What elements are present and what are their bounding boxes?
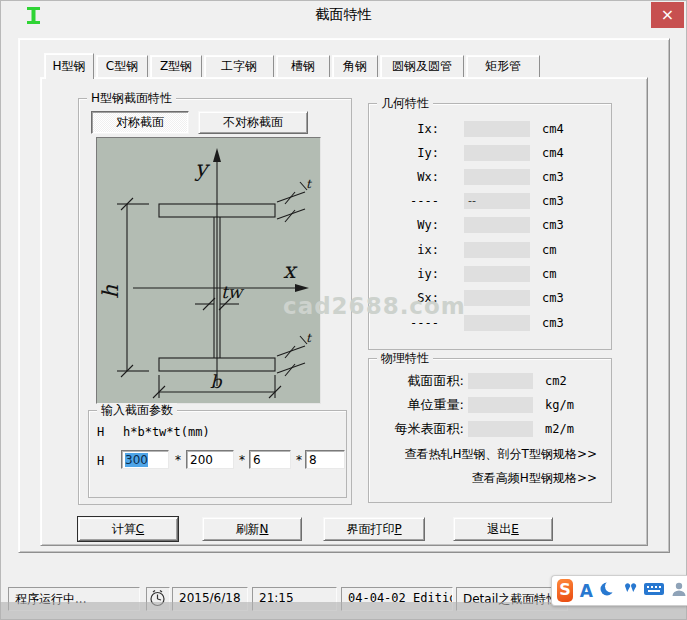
iy-radius-value bbox=[464, 266, 530, 282]
ime-toolbar: S A bbox=[551, 575, 687, 606]
high-freq-spec-link[interactable]: 查看高频H型钢规格>> bbox=[472, 470, 597, 487]
dash1-value: -- bbox=[464, 193, 530, 209]
geometry-row-sx: Sx: cm3 bbox=[369, 290, 613, 306]
symmetric-section-button[interactable]: 对称截面 bbox=[91, 111, 189, 134]
tw-input[interactable]: 6 bbox=[249, 450, 291, 469]
sogou-logo-icon[interactable]: S bbox=[557, 579, 573, 602]
h-steel-groupbox-title: H型钢截面特性 bbox=[87, 91, 176, 106]
diagram-tw-label: tw bbox=[221, 282, 245, 302]
section-type-prefix: H bbox=[97, 425, 104, 439]
separator-3: * bbox=[296, 453, 302, 467]
separator-2: * bbox=[239, 453, 245, 467]
tab-angle-steel[interactable]: 角钢 bbox=[332, 55, 378, 77]
diagram-b-label: b bbox=[210, 371, 223, 392]
input-params-groupbox: 输入截面参数 H h*b*tw*t(mm) H 300 * 200 * 6 * … bbox=[88, 410, 347, 498]
geometry-row-wy: Wy: cm3 bbox=[369, 217, 613, 233]
window-title: 截面特性 bbox=[0, 6, 687, 24]
physics-groupbox: 物理特性 截面面积: cm2 单位重量: kg/m 每米表面积: m2/m 查看… bbox=[368, 358, 612, 503]
geometry-row-iyr: iy: cm bbox=[369, 266, 613, 282]
b-input[interactable]: 200 bbox=[186, 450, 234, 469]
refresh-button[interactable]: 刷新N bbox=[202, 517, 302, 541]
geometry-row-ixr: ix: cm bbox=[369, 242, 613, 258]
asymmetric-section-button[interactable]: 不对称截面 bbox=[198, 111, 308, 134]
title-bar[interactable]: 截面特性 × bbox=[0, 0, 687, 30]
diagram-t-top-label: t bbox=[306, 177, 312, 191]
diagram-y-axis-label: y bbox=[194, 156, 211, 181]
tab-h-steel[interactable]: H型钢 bbox=[44, 53, 94, 79]
punctuation-icon[interactable] bbox=[623, 581, 637, 600]
physics-row-surface: 每米表面积: m2/m bbox=[369, 420, 613, 438]
h-section-diagram: y x h b tw t t bbox=[96, 137, 321, 404]
close-button[interactable]: × bbox=[651, 2, 684, 28]
wx-value bbox=[464, 169, 530, 185]
ix-value bbox=[464, 121, 530, 137]
moon-icon[interactable] bbox=[600, 581, 616, 600]
tab-z-steel[interactable]: Z型钢 bbox=[150, 55, 202, 77]
params-formula: h*b*tw*t(mm) bbox=[123, 425, 210, 439]
geometry-row-dash2: ---- cm3 bbox=[369, 315, 613, 331]
ix-radius-value bbox=[464, 242, 530, 258]
params-row-prefix: H bbox=[97, 454, 104, 468]
exit-button[interactable]: 退出E bbox=[453, 517, 553, 541]
person-icon[interactable] bbox=[671, 581, 687, 600]
dash2-value bbox=[464, 315, 530, 331]
geometry-row-iy: Iy: cm4 bbox=[369, 145, 613, 161]
diagram-h-label: h bbox=[98, 284, 123, 299]
calculate-button[interactable]: 计算C bbox=[78, 517, 178, 541]
input-mode-icon[interactable]: A bbox=[580, 581, 593, 601]
tab-i-beam[interactable]: 工字钢 bbox=[204, 55, 274, 77]
tab-channel-steel[interactable]: 槽钢 bbox=[276, 55, 330, 77]
tab-round-steel-pipe[interactable]: 圆钢及圆管 bbox=[380, 55, 464, 77]
diagram-x-axis-label: x bbox=[283, 258, 298, 283]
physics-row-weight: 单位重量: kg/m bbox=[369, 396, 613, 414]
keyboard-icon[interactable] bbox=[644, 582, 664, 599]
input-params-title: 输入截面参数 bbox=[97, 403, 177, 418]
area-value bbox=[468, 373, 533, 389]
wy-value bbox=[464, 217, 530, 233]
physics-title: 物理特性 bbox=[377, 351, 433, 366]
tab-rect-tube[interactable]: 矩形管 bbox=[466, 55, 540, 77]
diagram-t-bottom-label: t bbox=[306, 331, 312, 345]
physics-row-area: 截面面积: cm2 bbox=[369, 372, 613, 390]
iy-value bbox=[464, 145, 530, 161]
section-properties-window: 截面特性 × H型钢 C型钢 Z型钢 工字钢 槽钢 角钢 圆钢及圆管 矩形管 H… bbox=[0, 0, 687, 620]
t-input[interactable]: 8 bbox=[305, 450, 345, 469]
geometry-row-ix: Ix: cm4 bbox=[369, 121, 613, 137]
weight-value bbox=[468, 397, 533, 413]
geometry-row-wx: Wx: cm3 bbox=[369, 169, 613, 185]
geometry-groupbox: 几何特性 Ix: cm4 Iy: cm4 Wx: cm3 ---- -- cm3… bbox=[368, 103, 612, 350]
sx-value bbox=[464, 290, 530, 306]
hot-rolled-spec-link[interactable]: 查看热轧H型钢、剖分T型钢规格>> bbox=[405, 446, 597, 463]
separator-1: * bbox=[175, 453, 181, 467]
print-button[interactable]: 界面打印P bbox=[323, 517, 425, 541]
tab-c-steel[interactable]: C型钢 bbox=[96, 55, 148, 77]
h-input[interactable]: 300 bbox=[121, 450, 169, 469]
surface-value bbox=[468, 421, 533, 437]
geometry-title: 几何特性 bbox=[377, 96, 433, 111]
geometry-row-dash1: ---- -- cm3 bbox=[369, 193, 613, 209]
